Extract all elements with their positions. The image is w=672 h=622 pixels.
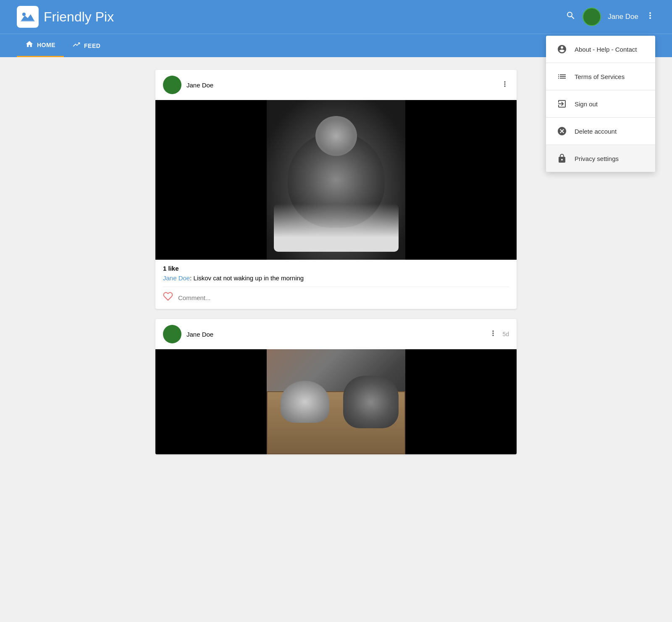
user-name-label: Jane Doe bbox=[608, 13, 638, 21]
menu-item-terms[interactable]: Terms of Services bbox=[546, 63, 655, 90]
caption-text-1: : Liskov cat not waking up in the mornin… bbox=[190, 274, 304, 282]
more-vert-icon bbox=[645, 11, 655, 21]
account-circle-icon bbox=[556, 43, 568, 55]
home-icon bbox=[25, 40, 34, 50]
post-more-button-1[interactable] bbox=[501, 80, 509, 90]
post-header-1: Jane Doe bbox=[155, 70, 517, 100]
svg-rect-0 bbox=[20, 9, 36, 25]
menu-privacy-label: Privacy settings bbox=[575, 155, 619, 162]
main-content: Jane Doe 1 like Jane Doe: Liskov cat bbox=[147, 70, 525, 454]
trending-up-icon bbox=[72, 40, 81, 51]
post-caption-1: Jane Doe: Liskov cat not waking up in th… bbox=[163, 274, 509, 282]
nav-home-label: HOME bbox=[37, 42, 55, 48]
svg-point-1 bbox=[22, 13, 26, 16]
header-right: Jane Doe bbox=[566, 8, 655, 26]
post-avatar-2 bbox=[163, 325, 181, 343]
post-card-1: Jane Doe 1 like Jane Doe: Liskov cat bbox=[155, 70, 517, 309]
menu-item-about[interactable]: About - Help - Contact bbox=[546, 36, 655, 63]
app-title: Friendly Pix bbox=[44, 9, 114, 25]
list-icon bbox=[556, 71, 568, 82]
likes-count-1: 1 like bbox=[163, 265, 509, 272]
search-icon bbox=[566, 11, 576, 21]
nav-home[interactable]: HOME bbox=[17, 34, 64, 57]
post-image-2 bbox=[155, 349, 517, 454]
logo-svg bbox=[20, 9, 36, 25]
home-svg bbox=[25, 40, 34, 48]
comment-row-1 bbox=[163, 287, 509, 304]
heart-svg bbox=[163, 291, 173, 301]
menu-delete-label: Delete account bbox=[575, 128, 617, 135]
app-logo-icon bbox=[17, 6, 39, 28]
menu-signout-label: Sign out bbox=[575, 100, 598, 108]
nav-feed[interactable]: FEED bbox=[64, 34, 109, 57]
cancel-icon bbox=[556, 125, 568, 137]
lock-icon bbox=[556, 153, 568, 164]
caption-username-1[interactable]: Jane Doe bbox=[163, 274, 190, 282]
post-image-1 bbox=[155, 100, 517, 260]
trending-svg bbox=[72, 40, 81, 49]
post-footer-1: 1 like Jane Doe: Liskov cat not waking u… bbox=[155, 260, 517, 309]
post-more-button-2[interactable] bbox=[489, 329, 497, 340]
post-username-2: Jane Doe bbox=[186, 331, 484, 338]
nav-feed-label: FEED bbox=[84, 42, 100, 49]
post-username-1: Jane Doe bbox=[186, 82, 496, 89]
more-options-button[interactable] bbox=[645, 11, 655, 23]
logo-area: Friendly Pix bbox=[17, 6, 566, 28]
post-header-2: Jane Doe 5d bbox=[155, 319, 517, 349]
menu-item-signout[interactable]: Sign out bbox=[546, 90, 655, 117]
menu-item-delete[interactable]: Delete account bbox=[546, 118, 655, 145]
app-header: Friendly Pix Jane Doe About - Help - Con… bbox=[0, 0, 672, 34]
heart-icon-1[interactable] bbox=[163, 291, 173, 304]
post-time-2: 5d bbox=[502, 331, 509, 337]
post-more-icon-2 bbox=[489, 329, 497, 337]
dropdown-menu: About - Help - Contact Terms of Services… bbox=[546, 36, 655, 172]
post-card-2: Jane Doe 5d bbox=[155, 319, 517, 454]
menu-about-label: About - Help - Contact bbox=[575, 46, 637, 53]
exit-icon bbox=[556, 98, 568, 110]
comment-input-1[interactable] bbox=[178, 294, 509, 301]
search-button[interactable] bbox=[566, 11, 576, 23]
post-avatar-1 bbox=[163, 76, 181, 94]
menu-item-privacy[interactable]: Privacy settings bbox=[546, 145, 655, 172]
post-more-icon-1 bbox=[501, 80, 509, 88]
user-avatar bbox=[583, 8, 601, 26]
menu-terms-label: Terms of Services bbox=[575, 73, 625, 80]
